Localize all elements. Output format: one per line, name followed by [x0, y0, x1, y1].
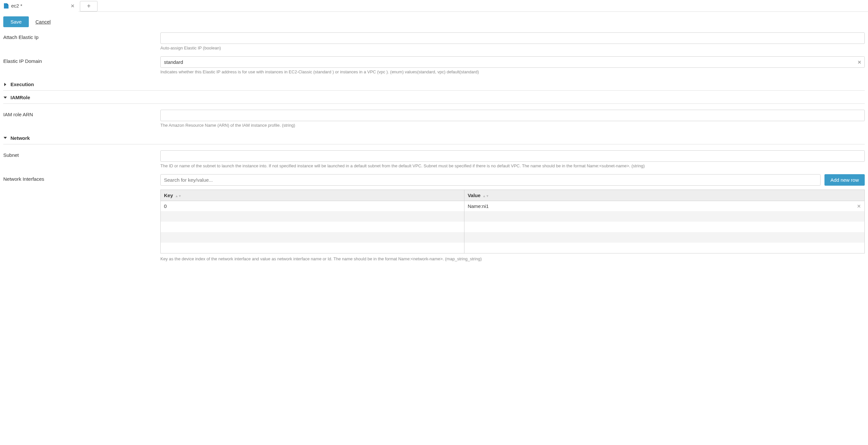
hint-network-interfaces: Key as the device index of the network i… — [160, 256, 865, 262]
chevron-down-icon — [3, 136, 7, 140]
section-network[interactable]: Network — [3, 131, 865, 144]
label-elastic-ip-domain: Elastic IP Domain — [3, 56, 154, 64]
tab-ec2[interactable]: ec2 * ✕ — [0, 0, 79, 12]
section-iamrole[interactable]: IAMRole — [3, 91, 865, 104]
close-icon[interactable]: ✕ — [71, 3, 74, 8]
input-attach-elastic-ip[interactable] — [160, 32, 865, 44]
cell-value: Name:ni1 — [468, 203, 489, 209]
chevron-right-icon — [3, 83, 7, 86]
save-button[interactable]: Save — [3, 17, 29, 27]
table-row[interactable]: 0 Name:ni1 ✕ — [161, 201, 865, 211]
field-iam-role-arn: IAM role ARN The Amazon Resource Name (A… — [3, 107, 865, 131]
col-value-label: Value — [468, 192, 480, 198]
input-iam-role-arn[interactable] — [160, 110, 865, 121]
hint-iam-role-arn: The Amazon Resource Name (ARN) of the IA… — [160, 122, 865, 128]
input-subnet[interactable] — [160, 150, 865, 162]
field-elastic-ip-domain: Elastic IP Domain ✕ Indicates whether th… — [3, 54, 865, 78]
label-network-interfaces: Network Interfaces — [3, 174, 154, 182]
field-network-interfaces: Network Interfaces Add new row Key ▲▼ — [3, 172, 865, 265]
cancel-link[interactable]: Cancel — [35, 19, 51, 25]
file-icon — [4, 3, 8, 8]
col-value[interactable]: Value ▲▼ — [464, 189, 864, 201]
hint-elastic-ip-domain: Indicates whether this Elastic IP addres… — [160, 69, 865, 75]
sort-icon: ▲▼ — [175, 194, 182, 198]
section-execution[interactable]: Execution — [3, 78, 865, 91]
section-title-execution: Execution — [10, 82, 34, 87]
section-title-network: Network — [10, 135, 30, 141]
tab-bar: ec2 * ✕ + — [0, 0, 868, 12]
add-tab-button[interactable]: + — [80, 1, 97, 11]
table-row[interactable] — [161, 211, 865, 222]
cell-key: 0 — [164, 203, 166, 209]
form: Attach Elastic Ip Auto-assign Elastic IP… — [0, 30, 868, 265]
col-key-label: Key — [164, 192, 173, 198]
tab-title: ec2 * — [11, 3, 22, 8]
search-input[interactable] — [160, 174, 820, 186]
action-bar: Save Cancel — [0, 12, 868, 30]
label-attach-elastic-ip: Attach Elastic Ip — [3, 32, 154, 40]
table-row[interactable] — [161, 222, 865, 232]
section-title-iamrole: IAMRole — [10, 95, 30, 100]
hint-attach-elastic-ip: Auto-assign Elastic IP (boolean) — [160, 45, 865, 51]
label-iam-role-arn: IAM role ARN — [3, 110, 154, 117]
table-row[interactable] — [161, 232, 865, 243]
sort-icon: ▲▼ — [483, 194, 489, 198]
clear-icon[interactable]: ✕ — [858, 60, 862, 65]
field-attach-elastic-ip: Attach Elastic Ip Auto-assign Elastic IP… — [3, 30, 865, 54]
delete-row-icon[interactable]: ✕ — [857, 203, 861, 209]
label-subnet: Subnet — [3, 150, 154, 158]
input-elastic-ip-domain[interactable] — [160, 56, 865, 68]
col-key[interactable]: Key ▲▼ — [161, 189, 464, 201]
hint-subnet: The ID or name of the subnet to launch t… — [160, 163, 865, 169]
plus-icon: + — [87, 3, 91, 9]
network-interfaces-table: Key ▲▼ Value ▲▼ 0 — [160, 189, 865, 254]
add-row-button[interactable]: Add new row — [825, 174, 865, 186]
chevron-down-icon — [3, 96, 7, 99]
field-subnet: Subnet The ID or name of the subnet to l… — [3, 148, 865, 172]
table-row[interactable] — [161, 243, 865, 253]
